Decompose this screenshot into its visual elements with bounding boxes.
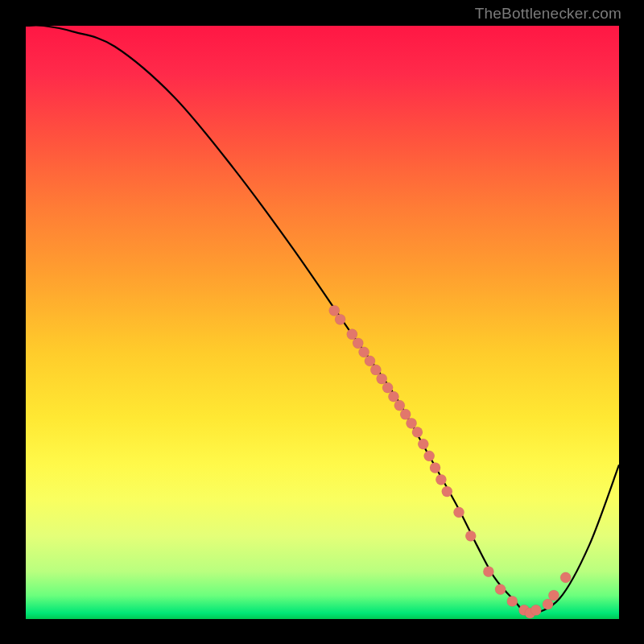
chart-root: TheBottlenecker.com — [0, 0, 644, 644]
data-point — [530, 605, 541, 615]
data-point — [507, 596, 518, 606]
data-point — [543, 599, 553, 609]
data-point — [453, 507, 464, 518]
data-point — [377, 374, 387, 384]
data-point — [483, 566, 493, 576]
data-point — [365, 356, 375, 366]
data-point — [495, 584, 506, 595]
data-point — [353, 338, 363, 349]
data-point — [382, 382, 393, 393]
data-point — [430, 462, 440, 473]
data-point — [394, 400, 405, 411]
data-point — [388, 391, 398, 402]
data-point — [329, 305, 340, 316]
data-point — [370, 365, 381, 375]
data-point — [560, 572, 571, 583]
data-point — [418, 439, 428, 449]
plot-area — [26, 26, 619, 619]
data-point — [358, 347, 369, 357]
points-layer — [26, 26, 619, 619]
data-point — [436, 474, 446, 485]
data-point — [424, 451, 435, 461]
data-point — [412, 427, 423, 437]
data-point — [335, 314, 345, 324]
data-point — [347, 329, 357, 340]
data-point — [406, 418, 416, 428]
data-point — [442, 486, 452, 497]
data-point — [548, 590, 559, 601]
data-point — [465, 530, 476, 541]
attribution-link[interactable]: TheBottlenecker.com — [475, 5, 621, 23]
data-point — [400, 409, 411, 419]
